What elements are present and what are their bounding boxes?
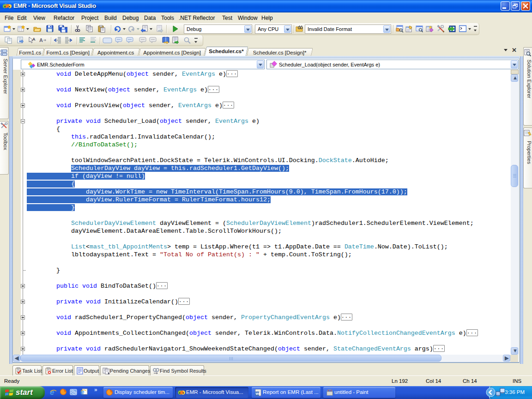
svg-text:e: e bbox=[50, 388, 54, 396]
svg-text:A: A bbox=[32, 37, 36, 42]
svg-text:e: e bbox=[81, 388, 85, 396]
svg-text:W: W bbox=[255, 392, 259, 396]
svg-text:A: A bbox=[39, 37, 43, 43]
